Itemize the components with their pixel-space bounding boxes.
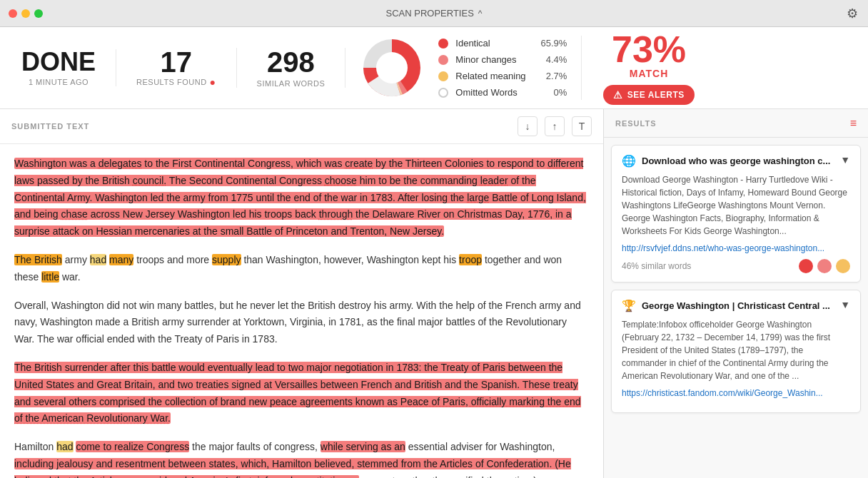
result-title-1: Download who was george washington c... [642, 156, 830, 166]
chart-section: Identical 65.9% Minor changes 4.4% Relat… [345, 36, 582, 100]
see-alerts-button[interactable]: ⚠ SEE ALERTS [603, 85, 694, 105]
result-card-1-header: 🌐 Download who was george washington c..… [622, 154, 850, 168]
trophy-icon-2: 🏆 [622, 299, 636, 312]
sim-dot-red-1 [799, 259, 813, 273]
similarity-dots-1 [799, 259, 850, 273]
highlight-supply: supply [212, 254, 241, 265]
titlebar: SCAN PROPERTIES ^ ⚙ [0, 0, 868, 27]
highlight-british: The British [14, 254, 62, 265]
result-body-2: Template:Infobox officeholder George Was… [622, 318, 850, 382]
minimize-button[interactable] [21, 9, 30, 18]
expand-button-1[interactable]: ▼ [840, 154, 850, 166]
related-dot [438, 71, 448, 81]
paragraph-5: Hamilton had come to realize Congress th… [14, 439, 589, 478]
highlight-2: The British surrender after this battle … [14, 362, 581, 424]
identical-pct: 65.9% [538, 38, 567, 49]
identical-dot [438, 39, 448, 49]
related-label: Related meaning [455, 71, 531, 81]
sort-up-button[interactable]: ↑ [545, 116, 565, 136]
paragraph-4: The British surrender after this battle … [14, 360, 589, 427]
minor-dot [438, 55, 448, 65]
submitted-text-title: SUBMITTED TEXT [11, 122, 89, 131]
result-title-2: George Washington | Christicast Central … [642, 300, 830, 311]
identical-label: Identical [455, 38, 531, 49]
sort-down-button[interactable]: ↓ [518, 116, 538, 136]
window-title: SCAN PROPERTIES ^ [386, 8, 483, 19]
legend-identical: Identical 65.9% [438, 38, 567, 49]
results-count: 17 [161, 48, 193, 76]
stats-panel: DONE 1 MINUTE AGO 17 RESULTS FOUND ● 298… [0, 27, 868, 109]
highlight-had2: had [56, 441, 73, 452]
minor-label: Minor changes [455, 54, 531, 65]
results-title: RESULTS [615, 119, 657, 128]
match-section: 73% MATCH ⚠ SEE ALERTS [589, 31, 708, 105]
right-panel: RESULTS ≡ 🌐 Download who was george wash… [604, 109, 868, 478]
highlight-had: had [90, 254, 106, 265]
paragraph-1: Washington was a delegates to the First … [14, 156, 589, 240]
red-dot-icon: ● [210, 76, 216, 88]
submitted-text-area[interactable]: Washington was a delegates to the First … [0, 144, 603, 478]
omitted-pct: 0% [538, 87, 567, 98]
highlight-many: many [109, 254, 133, 265]
result-body-1: Download George Washington - Harry Turtl… [622, 173, 850, 238]
result-link-1[interactable]: http://rsvfvjef.ddns.net/who-was-george-… [622, 243, 850, 253]
gear-icon[interactable]: ⚙ [847, 6, 858, 21]
pie-chart [360, 36, 424, 100]
result-link-2[interactable]: https://christicast.fandom.com/wiki/Geor… [622, 388, 850, 398]
font-button[interactable]: T [572, 116, 592, 136]
highlight-little: little [41, 271, 59, 283]
highlight-4: while serving as an [321, 441, 405, 452]
highlight-3: come to realize Congress [76, 441, 189, 452]
alert-icon: ⚠ [613, 89, 623, 101]
match-label: MATCH [630, 68, 669, 79]
paragraph-2: The British army had many troops and mor… [14, 252, 589, 286]
similar-words-1: 46% similar words [622, 261, 691, 271]
maximize-button[interactable] [34, 9, 43, 18]
traffic-lights [9, 9, 43, 18]
close-button[interactable] [9, 9, 17, 18]
left-panel-actions: ↓ ↑ T [518, 116, 592, 136]
legend-omitted: Omitted Words 0% [438, 87, 567, 98]
svg-point-1 [376, 52, 408, 83]
related-pct: 2.7% [538, 71, 567, 81]
paragraph-3: Overall, Washington did not win many bat… [14, 298, 589, 348]
sim-dot-yellow-1 [836, 259, 850, 273]
filter-button[interactable]: ≡ [850, 117, 857, 130]
results-label: RESULTS FOUND ● [136, 76, 216, 88]
result-footer-1: 46% similar words [622, 259, 850, 273]
words-label: SIMILAR WORDS [257, 79, 326, 88]
result-title-row-1: 🌐 Download who was george washington c..… [622, 154, 830, 168]
sim-dot-pink-1 [817, 259, 832, 273]
words-count: 298 [267, 48, 315, 76]
minor-pct: 4.4% [538, 54, 567, 65]
highlight-1: Washington was a delegates to the First … [14, 158, 586, 237]
result-card-2-header: 🏆 George Washington | Christicast Centra… [622, 299, 850, 312]
chart-legend: Identical 65.9% Minor changes 4.4% Relat… [438, 38, 567, 98]
legend-minor: Minor changes 4.4% [438, 54, 567, 65]
main-content: SUBMITTED TEXT ↓ ↑ T Washington was a de… [0, 109, 868, 478]
result-title-row-2: 🏆 George Washington | Christicast Centra… [622, 299, 830, 312]
results-header: RESULTS ≡ [604, 109, 868, 138]
omitted-dot [438, 88, 448, 98]
omitted-label: Omitted Words [455, 87, 531, 98]
left-panel: SUBMITTED TEXT ↓ ↑ T Washington was a de… [0, 109, 604, 478]
highlight-5: including jealousy and resentment betwee… [14, 458, 571, 478]
result-card-1: 🌐 Download who was george washington c..… [611, 145, 861, 283]
web-icon-1: 🌐 [622, 154, 636, 168]
expand-button-2[interactable]: ▼ [840, 299, 850, 310]
left-panel-header: SUBMITTED TEXT ↓ ↑ T [0, 109, 603, 144]
highlight-troop: troop [459, 254, 482, 265]
status-value: DONE [21, 49, 96, 75]
legend-related: Related meaning 2.7% [438, 71, 567, 81]
result-card-2: 🏆 George Washington | Christicast Centra… [611, 290, 861, 413]
words-block: 298 SIMILAR WORDS [237, 48, 346, 88]
results-list[interactable]: 🌐 Download who was george washington c..… [604, 138, 868, 478]
match-percentage: 73% [612, 31, 686, 68]
status-block: DONE 1 MINUTE AGO [14, 49, 116, 86]
results-block: 17 RESULTS FOUND ● [116, 48, 237, 88]
time-ago-label: 1 MINUTE AGO [29, 78, 89, 86]
